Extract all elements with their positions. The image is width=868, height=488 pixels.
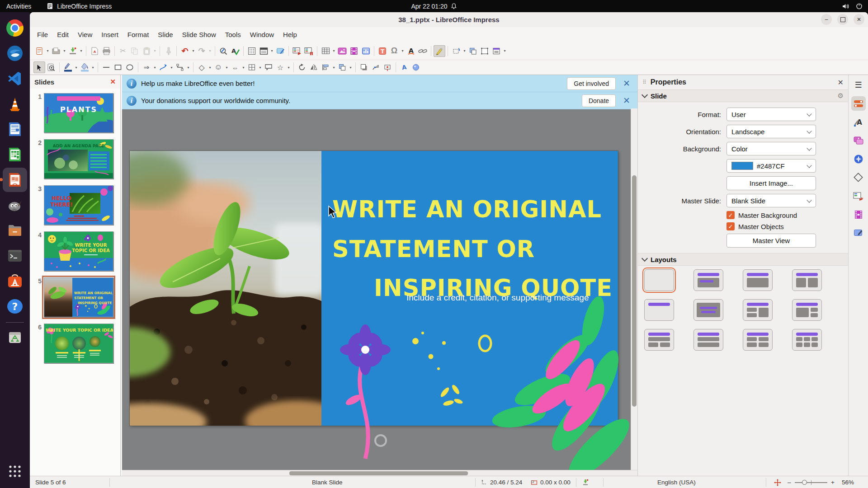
display-grid-icon[interactable] (246, 45, 258, 57)
stars-banners-dropdown[interactable]: ▾ (286, 66, 291, 70)
dock-vscode[interactable] (3, 66, 27, 91)
menu-slide-show[interactable]: Slide Show (178, 28, 221, 41)
document-modified-icon[interactable] (582, 476, 589, 488)
background-color-picker[interactable]: #2487CF (726, 159, 816, 173)
sidebar-tab-slide-transition[interactable] (851, 189, 866, 203)
insert-text-box-icon[interactable]: T (377, 45, 388, 57)
spelling-icon[interactable]: A (229, 45, 241, 57)
clone-formatting-icon[interactable] (162, 45, 174, 57)
dock-terminal[interactable] (3, 244, 27, 268)
notification-close-icon[interactable]: ✕ (620, 78, 633, 89)
special-character-dropdown[interactable]: ▾ (400, 49, 405, 53)
volume-icon[interactable] (842, 3, 849, 9)
vertical-scrollbar-thumb[interactable] (632, 175, 637, 407)
sidebar-tab-navigator[interactable] (851, 152, 866, 166)
dock-help[interactable]: ? (3, 294, 27, 319)
insert-image-button[interactable]: Insert Image... (726, 176, 816, 190)
export-pdf-icon[interactable]: A (89, 45, 100, 57)
layout-blank[interactable] (644, 269, 674, 291)
zoom-slider-knob[interactable] (802, 480, 807, 485)
menu-tools[interactable]: Tools (221, 28, 245, 41)
glue-points-icon[interactable] (382, 61, 393, 73)
arrange-objects-icon[interactable] (336, 61, 348, 73)
ellipse-icon[interactable] (124, 61, 136, 73)
basic-shapes-icon[interactable]: ◇ (196, 61, 208, 73)
undo-dropdown[interactable]: ▾ (191, 49, 196, 53)
flip-icon[interactable] (308, 61, 320, 73)
slide-thumbnail-6[interactable]: 6 WRITE YO (31, 324, 118, 363)
format-select[interactable]: User (726, 108, 816, 121)
menu-view[interactable]: View (73, 28, 97, 41)
line-color-dropdown[interactable]: ▾ (74, 66, 79, 70)
copy-icon[interactable] (129, 45, 141, 57)
donate-button[interactable]: Donate (582, 94, 616, 107)
layout-title-content-2content[interactable] (792, 299, 822, 321)
dock-libreoffice-calc[interactable] (3, 142, 27, 167)
align-icon[interactable] (320, 61, 331, 73)
background-select[interactable]: Color (726, 142, 816, 155)
layout-title-content-over-2content[interactable] (644, 329, 674, 351)
menu-slide[interactable]: Slide (153, 28, 177, 41)
section-settings-gear-icon[interactable]: ⚙ (838, 92, 844, 100)
slide-thumbnail-3[interactable]: 3 HELLO THERE! (31, 185, 118, 225)
select-icon[interactable] (33, 61, 45, 73)
points-icon[interactable] (370, 61, 382, 73)
activities-button[interactable]: Activities (6, 3, 31, 10)
connectors-icon[interactable] (174, 61, 186, 73)
fit-slide-icon[interactable] (774, 476, 781, 488)
dock-libreoffice-writer[interactable] (3, 117, 27, 141)
maximize-button[interactable] (837, 14, 848, 25)
focused-app-indicator[interactable]: LibreOffice Impress (47, 3, 112, 10)
layout-centered-text[interactable] (693, 299, 723, 321)
menu-edit[interactable]: Edit (52, 28, 73, 41)
zoom-pan-icon[interactable] (45, 61, 57, 73)
block-arrows-dropdown[interactable]: ▾ (241, 66, 246, 70)
dock-files[interactable] (3, 218, 27, 243)
horizontal-scrollbar[interactable] (122, 470, 637, 476)
slide-subtitle[interactable]: Include a credit, citation, or supportin… (406, 293, 589, 303)
menu-window[interactable]: Window (245, 28, 278, 41)
symbol-shapes-icon[interactable]: ☺ (212, 61, 224, 73)
print-icon[interactable] (100, 45, 112, 57)
dock-ubuntu-software[interactable] (3, 269, 27, 293)
zoom-slider[interactable] (795, 476, 827, 488)
notes-view-icon[interactable] (274, 45, 286, 57)
arrange-dropdown[interactable]: ▾ (348, 66, 353, 70)
properties-close-icon[interactable]: ✕ (838, 78, 844, 87)
slide-section-header[interactable]: Slide ⚙ (638, 89, 848, 102)
slide-thumbnail-5-selected[interactable]: 5 WRITE AN ORIGINAL STATEMEN (31, 277, 118, 317)
dock-app-grid[interactable] (3, 459, 27, 483)
sidebar-menu-icon[interactable]: ☰ (851, 78, 866, 92)
lines-arrows-dropdown[interactable]: ▾ (152, 66, 157, 70)
vertical-scrollbar[interactable] (631, 108, 637, 470)
fill-color-icon[interactable] (79, 61, 90, 73)
insert-line-icon[interactable] (100, 61, 112, 73)
dock-libreoffice-impress[interactable] (3, 168, 27, 192)
zoom-percent-status[interactable]: 56% (842, 476, 854, 488)
dock-google-chrome[interactable] (3, 16, 27, 40)
display-views-dropdown[interactable]: ▾ (269, 49, 274, 53)
sidebar-tab-properties[interactable] (851, 96, 866, 111)
curves-polygons-dropdown[interactable]: ▾ (169, 66, 174, 70)
symbol-shapes-dropdown[interactable]: ▾ (224, 66, 229, 70)
layout-title-2content-content[interactable] (743, 299, 773, 321)
panel-grip-icon[interactable]: ⠿ (642, 79, 647, 85)
new-dropdown[interactable]: ▾ (45, 49, 50, 53)
menu-insert[interactable]: Insert (97, 28, 123, 41)
undo-icon[interactable]: ↶ (179, 45, 191, 57)
insert-table-icon[interactable] (320, 45, 331, 57)
lines-arrows-icon[interactable]: ⇒ (141, 61, 152, 73)
paste-dropdown[interactable]: ▾ (152, 49, 157, 53)
language-status[interactable]: English (USA) (657, 476, 696, 488)
align-objects-icon[interactable] (479, 45, 491, 57)
save-dropdown[interactable]: ▾ (79, 49, 84, 53)
fill-color-dropdown[interactable]: ▾ (90, 66, 95, 70)
fontwork-icon[interactable]: A (405, 45, 417, 57)
slide-title-line2[interactable]: STATEMENT OR (332, 236, 535, 263)
sidebar-tab-master-slides[interactable] (851, 226, 866, 240)
layout-title-content[interactable] (693, 269, 723, 291)
fontwork-text-icon[interactable]: A (398, 61, 410, 73)
shadow-icon[interactable] (358, 61, 370, 73)
menu-file[interactable]: File (33, 28, 52, 41)
dock-trash[interactable] (3, 325, 27, 350)
